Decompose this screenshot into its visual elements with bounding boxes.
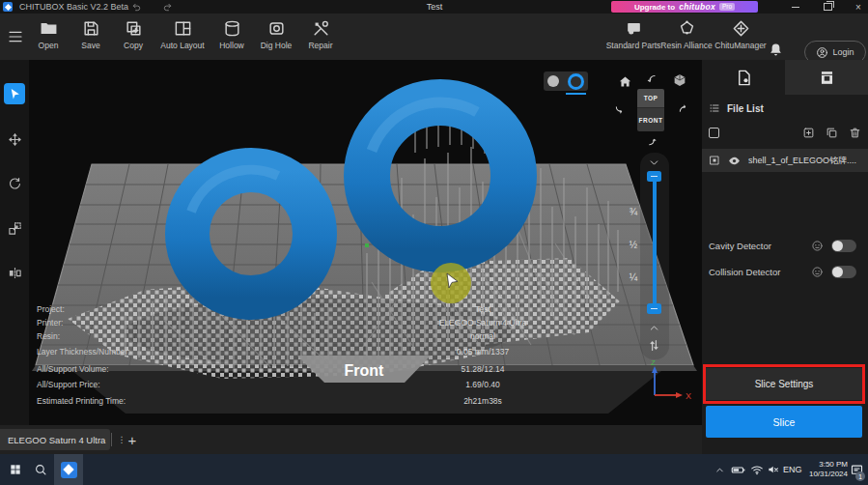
wrench-icon [312, 19, 330, 38]
slider-tick-half: ½ [620, 240, 637, 251]
volume-muted-icon[interactable] [767, 463, 780, 476]
collision-detector-row: Collision Detector [702, 265, 868, 280]
toolbar-left-group: Open Save Copy Auto Layout Hollow Dig Ho… [27, 14, 342, 60]
tab-printer-settings[interactable] [785, 60, 868, 95]
iso-view-cube-icon[interactable] [672, 72, 687, 88]
svg-text:X: X [686, 391, 691, 401]
view-cube-top-face[interactable]: TOP [637, 89, 664, 107]
viewport-3d[interactable]: Front Z X T [29, 60, 702, 425]
render-mode-toggle[interactable] [544, 71, 588, 91]
layer-slider-handle-top[interactable] [647, 171, 661, 182]
chitumanager-button[interactable]: ChituManager [713, 14, 769, 66]
mirror-tool-button[interactable] [4, 262, 25, 283]
select-tool-button[interactable] [4, 83, 25, 104]
orbit-down-icon[interactable] [645, 133, 658, 147]
view-cube-front-face[interactable]: FRONT [637, 107, 664, 131]
dig-hole-icon [267, 19, 286, 38]
move-tool-button[interactable] [4, 128, 25, 150]
pro-badge: Pro [719, 3, 735, 11]
file-list-label: File List [727, 103, 764, 114]
auto-layout-label: Auto Layout [160, 41, 204, 50]
visibility-eye-icon[interactable] [728, 155, 741, 167]
dig-hole-button[interactable]: Dig Hole [253, 14, 299, 66]
copy-button[interactable]: Copy [112, 14, 154, 66]
collision-status-face-icon [811, 266, 824, 278]
slider-tick-three-quarters: ¾ [620, 207, 637, 218]
cavity-status-face-icon [811, 240, 824, 252]
standard-parts-button[interactable]: Standard Parts [606, 14, 660, 66]
home-view-icon[interactable] [618, 74, 632, 89]
file-list-header: File List [702, 97, 868, 120]
auto-layout-button[interactable]: Auto Layout [154, 14, 210, 66]
layer-slider-handle-bottom[interactable] [647, 303, 661, 314]
scale-icon [8, 221, 22, 236]
slider-step-down-icon[interactable] [648, 157, 660, 169]
restore-button[interactable] [820, 0, 835, 14]
solid-view-icon[interactable] [547, 75, 559, 87]
cylinder-icon [223, 19, 241, 38]
hollow-label: Hollow [219, 41, 244, 50]
date-label: 10/31/2024 [803, 470, 848, 479]
item-checkbox-icon[interactable] [709, 155, 720, 166]
add-printer-button[interactable]: + [122, 429, 143, 450]
clock[interactable]: 3:50 PM 10/31/2024 [803, 460, 848, 479]
battery-icon[interactable] [731, 463, 745, 477]
orbit-up-icon[interactable] [645, 73, 659, 88]
delete-file-icon[interactable] [849, 127, 861, 139]
language-indicator[interactable]: ENG [783, 454, 802, 485]
rotate-tool-button[interactable] [4, 173, 25, 194]
hollow-button[interactable]: Hollow [210, 14, 253, 66]
printer-tab[interactable]: ELEGOO Saturn 4 Ultra ⋮ [0, 429, 110, 450]
minimize-button[interactable] [788, 0, 803, 14]
orbit-right-icon[interactable] [678, 102, 691, 116]
file-actions-row [702, 122, 868, 145]
view-cube[interactable]: TOP FRONT [637, 89, 664, 131]
open-button[interactable]: Open [27, 14, 70, 66]
redo-icon[interactable] [162, 2, 173, 13]
tray-expand-icon[interactable] [714, 465, 725, 475]
duplicate-file-icon[interactable] [826, 127, 838, 139]
xray-view-icon[interactable] [568, 73, 584, 90]
menu-icon[interactable] [7, 29, 24, 44]
collision-detector-toggle[interactable] [831, 266, 856, 278]
layer-slider-track[interactable] [653, 176, 657, 309]
scale-tool-button[interactable] [4, 217, 25, 239]
close-button[interactable]: × [851, 0, 866, 14]
resin-alliance-label: Resin Alliance [660, 41, 712, 50]
file-settings-icon [735, 69, 753, 87]
undo-icon[interactable] [131, 2, 142, 13]
chitubox-taskbar-app[interactable] [54, 454, 83, 485]
chitumanager-icon [732, 19, 750, 38]
orbit-left-icon[interactable] [614, 102, 628, 116]
cavity-detector-toggle[interactable] [831, 240, 856, 252]
3d-scene: Front Z X [29, 60, 702, 425]
slice-button[interactable]: Slice [706, 406, 862, 438]
notification-bell-icon[interactable] [768, 42, 784, 58]
cursor-icon [8, 87, 22, 101]
upgrade-to-pro-button[interactable]: Upgrade to chitubox Pro [611, 1, 758, 13]
resin-alliance-button[interactable]: Resin Alliance [660, 14, 713, 66]
add-file-icon[interactable] [802, 127, 815, 139]
wifi-icon[interactable] [750, 463, 764, 476]
select-all-checkbox[interactable] [709, 128, 719, 138]
save-button[interactable]: Save [70, 14, 112, 66]
file-list-item[interactable]: shell_1_of_ELEGOO铭牌.... [702, 149, 868, 172]
tab-file-settings[interactable] [702, 60, 785, 95]
printer-tab-label: ELEGOO Saturn 4 Ultra [0, 435, 105, 445]
flip-axis-icon[interactable] [647, 338, 661, 353]
copy-label: Copy [124, 41, 143, 50]
slice-settings-button[interactable]: Slice Settings [706, 368, 862, 400]
svg-text:Z: Z [651, 358, 656, 367]
repair-button[interactable]: Repair [299, 14, 342, 66]
slider-step-up-icon[interactable] [648, 322, 660, 334]
time-label: 3:50 PM [803, 460, 848, 470]
cavity-detector-label: Cavity Detector [709, 241, 771, 251]
taskbar-search-icon[interactable] [34, 463, 47, 476]
start-button-icon[interactable] [9, 463, 22, 476]
windows-taskbar: ENG 3:50 PM 10/31/2024 [0, 454, 868, 485]
layout-icon [174, 19, 192, 38]
toolbar-right-group: Standard Parts Resin Alliance ChituManag… [606, 14, 769, 60]
cavity-detector-row: Cavity Detector [702, 239, 868, 254]
chitumanager-label: ChituManager [714, 41, 766, 50]
rotate-icon [8, 177, 22, 191]
